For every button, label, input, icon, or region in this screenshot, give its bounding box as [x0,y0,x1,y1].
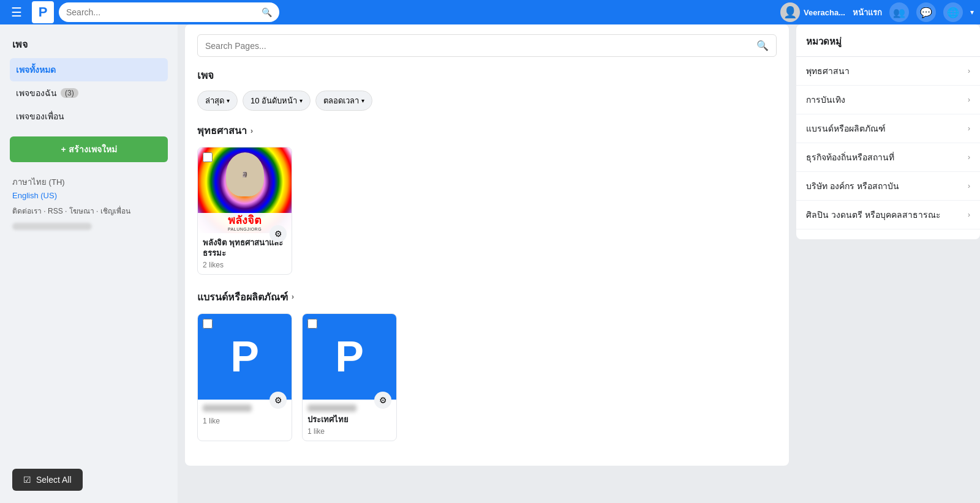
lang-thai: ภาษาไทย (TH) [12,176,165,188]
gear-button-brand1[interactable]: ⚙ [270,392,287,409]
right-sidebar-label-buddhism: พุทธศาสนา [806,64,850,78]
sidebar-section-title: เพจ [10,37,168,52]
user-info[interactable]: 👤 Veeracha... [780,2,845,22]
rss-link[interactable]: RSS [48,207,63,215]
page-card-brand2[interactable]: P ⚙ ประเทศไทย 1 like [302,313,397,441]
category-buddhism-label: พุทธศาสนา [197,123,247,138]
right-sidebar-chevron-company: › [968,182,970,190]
friends-icon[interactable]: 👥 [889,2,909,22]
avatar: 👤 [780,2,800,22]
my-pages-badge: (3) [61,88,78,98]
filter-top10[interactable]: 10 อันดับหน้า ▾ [243,91,311,111]
logo: P [32,1,54,23]
category-brand-label: แบรนด์หรือผลิตภัณฑ์ [197,289,288,305]
ads-link[interactable]: โฆษณา [69,207,94,215]
page-card-likes-brand2: 1 like [307,427,391,436]
search-pages-bar: 🔍 [197,34,777,57]
page-wrapper: เพจ เพจทั้งหมด เพจของฉัน (3) เพจของเพื่อ… [0,24,980,503]
page-card-likes-palungcit: 2 likes [203,261,287,269]
right-sidebar-chevron-artist: › [968,211,970,219]
sidebar-item-friend-pages[interactable]: เพจของเพื่อน [10,105,168,128]
right-sidebar-label-entertainment: การบันเทิง [806,93,845,106]
page-card-likes-brand1: 1 like [203,417,287,425]
user-name: Veeracha... [804,8,845,17]
sidebar-item-my-pages[interactable]: เพจของฉัน (3) [10,81,168,105]
hamburger-icon[interactable]: ☰ [6,2,27,22]
filter-latest[interactable]: ล่าสุด ▾ [197,91,238,111]
right-sidebar-item-entertainment[interactable]: การบันเทิง › [796,86,980,114]
category-brand-heading[interactable]: แบรนด์หรือผลิตภัณฑ์ › [197,289,777,305]
select-all-bar[interactable]: ☑ Select All [12,469,83,491]
right-sidebar-item-company[interactable]: บริษัท องค์กร หรือสถาบัน › [796,172,980,201]
nav-chevron-icon[interactable]: ▾ [970,8,974,17]
right-sidebar-label-local-business: ธุรกิจท้องถิ่นหรือสถานที่ [806,151,894,164]
language-section: ภาษาไทย (TH) English (US) ติดต่อเรา · RS… [10,173,168,233]
search-icon: 🔍 [262,7,272,17]
page-card-palungcit[interactable]: 🗿 พลังจิต PALUNGJIORG ⚙ พลังจิต พุทธศาสน… [197,147,292,275]
category-buddhism: พุทธศาสนา › 🗿 [197,123,777,275]
left-sidebar: เพจ เพจทั้งหมด เพจของฉัน (3) เพจของเพื่อ… [0,24,178,503]
blurred-privacy-bar [12,223,92,230]
filter-alltime[interactable]: ตลอดเวลา ▾ [315,91,372,111]
right-sidebar-title: หมวดหมู่ [796,34,980,57]
category-brand-chevron: › [292,292,294,301]
category-buddhism-chevron: › [251,127,253,135]
page-card-checkbox-palungcit[interactable] [203,152,213,162]
pages-panel: 🔍 เพจ ล่าสุด ▾ 10 อันดับหน้า ▾ ตลอดเวลา … [185,24,789,466]
blurred-page-name-2 [307,404,356,412]
page-card-checkbox-brand1[interactable] [203,319,213,329]
right-sidebar-item-buddhism[interactable]: พุทธศาสนา › [796,57,980,86]
blurred-page-name-1 [203,404,252,412]
main-content: 🔍 เพจ ล่าสุด ▾ 10 อันดับหน้า ▾ ตลอดเวลา … [178,24,796,503]
page-card-checkbox-brand2[interactable] [307,319,317,329]
right-nav-area: 👤 Veeracha... หน้าแรก 👥 💬 🌐 ▾ [780,2,974,22]
home-link[interactable]: หน้าแรก [853,6,882,19]
right-sidebar-chevron-brand: › [968,124,970,133]
gear-button-palungcit[interactable]: ⚙ [270,225,287,242]
lang-english[interactable]: English (US) [12,191,165,200]
globe-icon[interactable]: 🌐 [943,2,963,22]
footer-links: ติดต่อเรา · RSS · โฆษณา · เชิญเพื่อน [12,205,165,217]
select-all-icon: ☑ [23,475,31,485]
pages-heading: เพจ [197,67,777,83]
right-sidebar-label-brand: แบรนด์หรือผลิตภัณฑ์ [806,122,886,135]
right-sidebar-chevron-entertainment: › [968,95,970,104]
filter-bar: ล่าสุด ▾ 10 อันดับหน้า ▾ ตลอดเวลา ▾ [197,91,777,111]
create-page-button[interactable]: + สร้างเพจใหม่ [10,136,168,162]
gear-button-brand2[interactable]: ⚙ [374,392,391,409]
buddhism-pages-grid: 🗿 พลังจิต PALUNGJIORG ⚙ พลังจิต พุทธศาสน… [197,147,777,275]
brand-pages-grid: P ⚙ 1 like P [197,313,777,441]
page-card-brand1[interactable]: P ⚙ 1 like [197,313,292,441]
select-all-label: Select All [36,475,72,485]
right-sidebar-label-artist: ศิลปิน วงดนตรี หรือบุคคลสาธารณะ [806,208,941,222]
invite-link[interactable]: เชิญเพื่อน [100,207,130,215]
right-sidebar-item-local-business[interactable]: ธุรกิจท้องถิ่นหรือสถานที่ › [796,143,980,172]
right-sidebar-item-artist[interactable]: ศิลปิน วงดนตรี หรือบุคคลสาธารณะ › [796,201,980,229]
right-sidebar-label-company: บริษัท องค์กร หรือสถาบัน [806,179,899,193]
sidebar-item-all-pages[interactable]: เพจทั้งหมด [10,58,168,81]
top-navigation: ☰ P 🔍 👤 Veeracha... หน้าแรก 👥 💬 🌐 ▾ [0,0,980,24]
right-sidebar-item-brand[interactable]: แบรนด์หรือผลิตภัณฑ์ › [796,114,980,143]
category-brand: แบรนด์หรือผลิตภัณฑ์ › P ⚙ [197,289,777,441]
right-sidebar-chevron-local-business: › [968,153,970,162]
category-buddhism-heading[interactable]: พุทธศาสนา › [197,123,777,138]
search-pages-icon: 🔍 [756,40,769,51]
search-bar: 🔍 [59,2,279,22]
search-pages-input[interactable] [205,41,752,51]
contact-link[interactable]: ติดต่อเรา [12,207,42,215]
search-input[interactable] [66,7,257,17]
right-sidebar-chevron-buddhism: › [968,67,970,75]
right-sidebar: หมวดหมู่ พุทธศาสนา › การบันเทิง › แบรนด์… [796,24,980,239]
messages-icon[interactable]: 💬 [916,2,936,22]
